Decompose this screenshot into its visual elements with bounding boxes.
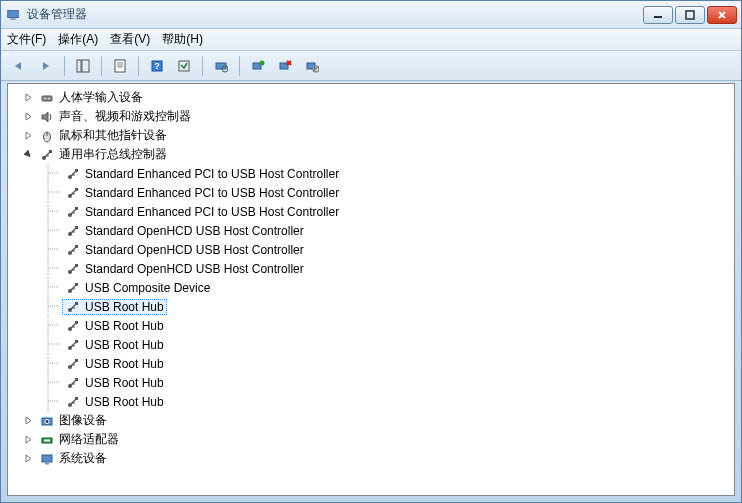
tree-item-label-wrap[interactable]: USB Root Hub [62, 356, 167, 372]
tree-item[interactable]: USB Root Hub [16, 354, 734, 373]
tree-branch-icon [42, 259, 62, 278]
tree-item-label: 人体学输入设备 [59, 89, 143, 106]
svg-point-27 [48, 97, 50, 99]
svg-point-26 [44, 97, 46, 99]
expand-icon[interactable] [22, 130, 34, 142]
tree-item-label-wrap[interactable]: Standard OpenHCD USB Host Controller [62, 223, 307, 239]
tree-category[interactable]: 网络适配器 [16, 430, 734, 449]
tree-item-label: Standard Enhanced PCI to USB Host Contro… [85, 167, 339, 181]
action-button[interactable] [172, 54, 196, 78]
tree-branch-icon [42, 335, 62, 354]
usb-icon [65, 223, 81, 239]
tree-branch-icon [42, 202, 62, 221]
menu-view[interactable]: 查看(V) [110, 31, 150, 48]
svg-point-113 [45, 419, 49, 423]
tree-item-label: 系统设备 [59, 450, 107, 467]
svg-rect-110 [75, 397, 78, 400]
tree-item[interactable]: Standard OpenHCD USB Host Controller [16, 221, 734, 240]
tree-item-label-wrap[interactable]: 网络适配器 [36, 432, 122, 448]
expand-icon[interactable] [22, 111, 34, 123]
tree-item-label: 声音、视频和游戏控制器 [59, 108, 191, 125]
tree-category[interactable]: 声音、视频和游戏控制器 [16, 107, 734, 126]
expand-icon[interactable] [22, 434, 34, 446]
tree-category[interactable]: 系统设备 [16, 449, 734, 468]
tree-item-label-wrap[interactable]: USB Root Hub [62, 299, 167, 315]
help-button[interactable]: ? [145, 54, 169, 78]
tree-item-label-wrap[interactable]: USB Composite Device [62, 280, 213, 296]
svg-point-18 [260, 60, 265, 65]
sound-icon [39, 109, 55, 125]
svg-rect-1 [10, 18, 15, 19]
tree-item-label-wrap[interactable]: USB Root Hub [62, 375, 167, 391]
tree-item[interactable]: USB Root Hub [16, 316, 734, 335]
maximize-button[interactable] [675, 6, 705, 24]
tree-item-label: USB Root Hub [85, 376, 164, 390]
svg-rect-7 [82, 60, 89, 72]
tree-item-label-wrap[interactable]: Standard Enhanced PCI to USB Host Contro… [62, 204, 342, 220]
properties-button[interactable] [108, 54, 132, 78]
disable-button[interactable] [300, 54, 324, 78]
tree-item-label-wrap[interactable]: Standard Enhanced PCI to USB Host Contro… [62, 166, 342, 182]
tree-item-label-wrap[interactable]: USB Root Hub [62, 394, 167, 410]
device-tree[interactable]: 人体学输入设备声音、视频和游戏控制器鼠标和其他指针设备通用串行总线控制器Stan… [8, 84, 734, 495]
expand-icon[interactable] [22, 415, 34, 427]
svg-text:?: ? [154, 61, 160, 71]
tree-item[interactable]: USB Root Hub [16, 373, 734, 392]
usb-icon [65, 356, 81, 372]
svg-rect-80 [75, 302, 78, 305]
tree-item[interactable]: Standard Enhanced PCI to USB Host Contro… [16, 164, 734, 183]
tree-item-label-wrap[interactable]: 通用串行总线控制器 [36, 147, 170, 163]
svg-rect-56 [75, 226, 78, 229]
tree-item[interactable]: Standard Enhanced PCI to USB Host Contro… [16, 183, 734, 202]
tree-item[interactable]: Standard Enhanced PCI to USB Host Contro… [16, 202, 734, 221]
close-button[interactable] [707, 6, 737, 24]
tree-item-label-wrap[interactable]: 人体学输入设备 [36, 90, 146, 106]
tree-item[interactable]: USB Root Hub [16, 335, 734, 354]
svg-rect-38 [75, 169, 78, 172]
tree-item-label: Standard Enhanced PCI to USB Host Contro… [85, 205, 339, 219]
tree-item[interactable]: USB Root Hub [16, 297, 734, 316]
svg-rect-6 [77, 60, 81, 72]
menu-help[interactable]: 帮助(H) [162, 31, 203, 48]
tree-item[interactable]: Standard OpenHCD USB Host Controller [16, 240, 734, 259]
tree-item-label-wrap[interactable]: Standard OpenHCD USB Host Controller [62, 242, 307, 258]
tree-item[interactable]: USB Composite Device [16, 278, 734, 297]
minimize-button[interactable] [643, 6, 673, 24]
tree-item[interactable]: Standard OpenHCD USB Host Controller [16, 259, 734, 278]
scan-hardware-button[interactable] [209, 54, 233, 78]
tree-item-label: 通用串行总线控制器 [59, 146, 167, 163]
collapse-icon[interactable] [22, 149, 34, 161]
tree-item-label-wrap[interactable]: 系统设备 [36, 451, 110, 467]
menu-action[interactable]: 操作(A) [58, 31, 98, 48]
tree-item-label-wrap[interactable]: Standard Enhanced PCI to USB Host Contro… [62, 185, 342, 201]
tree-item-label-wrap[interactable]: 图像设备 [36, 413, 110, 429]
tree-item-label-wrap[interactable]: USB Root Hub [62, 337, 167, 353]
uninstall-button[interactable] [273, 54, 297, 78]
menu-file[interactable]: 文件(F) [7, 31, 46, 48]
tree-item-label-wrap[interactable]: USB Root Hub [62, 318, 167, 334]
tree-item-label: USB Root Hub [85, 319, 164, 333]
usb-icon [65, 337, 81, 353]
tree-item-label-wrap[interactable]: 鼠标和其他指针设备 [36, 128, 170, 144]
tree-category[interactable]: 通用串行总线控制器 [16, 145, 734, 164]
toolbar-separator [101, 56, 102, 76]
update-driver-button[interactable] [246, 54, 270, 78]
tree-category[interactable]: 人体学输入设备 [16, 88, 734, 107]
tree-item[interactable]: USB Root Hub [16, 392, 734, 411]
tree-category[interactable]: 鼠标和其他指针设备 [16, 126, 734, 145]
svg-rect-8 [115, 60, 125, 72]
usb-icon [65, 375, 81, 391]
expand-icon[interactable] [22, 92, 34, 104]
svg-rect-3 [686, 11, 694, 19]
window-title: 设备管理器 [27, 6, 87, 23]
svg-rect-117 [45, 463, 49, 465]
usb-icon [65, 242, 81, 258]
forward-button[interactable] [34, 54, 58, 78]
expand-icon[interactable] [22, 453, 34, 465]
tree-category[interactable]: 图像设备 [16, 411, 734, 430]
tree-item-label: Standard OpenHCD USB Host Controller [85, 243, 304, 257]
back-button[interactable] [7, 54, 31, 78]
show-hide-tree-button[interactable] [71, 54, 95, 78]
tree-item-label-wrap[interactable]: 声音、视频和游戏控制器 [36, 109, 194, 125]
tree-item-label-wrap[interactable]: Standard OpenHCD USB Host Controller [62, 261, 307, 277]
